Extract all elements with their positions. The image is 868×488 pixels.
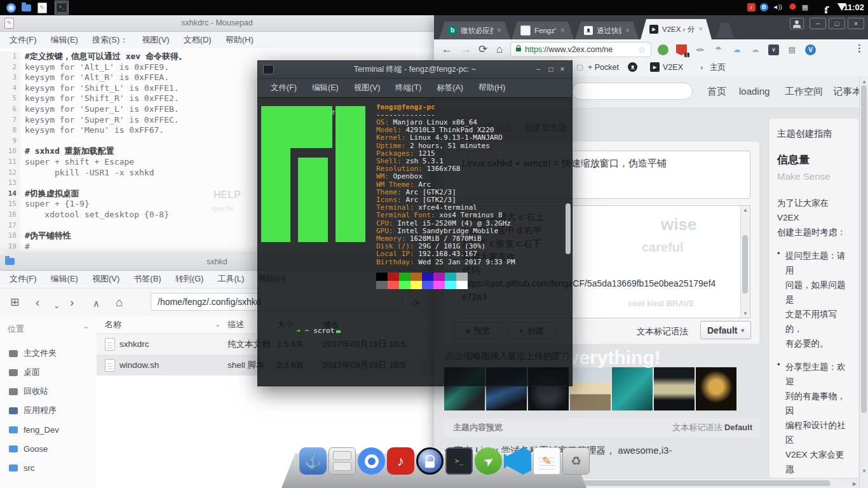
menu-item[interactable]: 书签(B) <box>126 271 168 287</box>
tab-close-icon[interactable]: × <box>497 26 501 35</box>
column-name[interactable]: 名称 <box>105 316 121 333</box>
sidebar-item[interactable]: Goose <box>0 439 97 458</box>
minimize-button[interactable]: − <box>810 18 826 29</box>
dock-keepass-icon[interactable] <box>416 447 444 475</box>
column-desc[interactable]: 描述 <box>227 316 244 333</box>
menu-item[interactable]: 文件(F) <box>3 32 44 48</box>
maximize-button[interactable]: □ <box>829 18 845 29</box>
menu-item[interactable]: 文件(F) <box>263 79 304 97</box>
menu-item[interactable]: 文件(F) <box>3 271 44 287</box>
restore-button[interactable]: □ <box>545 61 557 78</box>
profile-button[interactable] <box>790 18 804 29</box>
site-nav-link[interactable]: 工作空间 <box>785 86 823 98</box>
mousepad-titlebar[interactable]: ✎ sxhkdrc - Mousepad <box>0 15 434 32</box>
menu-item[interactable]: 标签(A) <box>429 79 471 97</box>
new-tab-button[interactable] <box>716 23 734 38</box>
bookmark-item[interactable]: ◗ 主页 <box>697 62 726 73</box>
home-icon[interactable]: ⌂ <box>116 294 123 311</box>
menu-item[interactable]: 编辑(E) <box>44 271 85 287</box>
bookmark-item[interactable]: ᴥ <box>628 62 641 72</box>
site-nav-link[interactable]: loading <box>739 86 770 97</box>
dock-anchor-icon[interactable]: ⚓ <box>299 447 327 475</box>
menu-item[interactable]: 帮助(H) <box>219 32 261 48</box>
extension-icon[interactable]: </> <box>695 44 705 55</box>
home-icon[interactable]: ⌂ <box>496 42 503 57</box>
site-nav-link[interactable]: 记事本 <box>833 86 862 98</box>
site-nav-link[interactable]: 首页 <box>707 86 726 98</box>
netease-music-tray-icon[interactable]: ♪ <box>747 3 756 11</box>
tab-close-icon[interactable]: × <box>560 26 565 35</box>
scrollbar-thumb[interactable] <box>742 235 748 294</box>
menu-item[interactable]: 帮助(H) <box>471 79 513 97</box>
sidebar-item[interactable]: 桌面 <box>0 363 97 382</box>
terminal-scrollbar[interactable] <box>566 203 571 254</box>
menu-item[interactable]: 文档(D) <box>177 32 219 48</box>
tab-close-icon[interactable]: × <box>698 25 703 34</box>
close-button[interactable]: × <box>557 61 568 78</box>
address-bar[interactable]: https ://www.v2ex.com/ne ☆ <box>510 42 651 57</box>
taskbar-chromium-button[interactable] <box>4 1 18 15</box>
menu-item[interactable]: 视图(V) <box>85 271 126 287</box>
bookmark-item[interactable]: ▢ + Pocket <box>575 62 619 72</box>
scrollbar-thumb[interactable] <box>861 85 867 413</box>
dock-mousepad-icon[interactable]: ✎ <box>533 447 560 475</box>
browser-tab[interactable]: ᴥ 通过快捷键 × <box>575 22 639 39</box>
back-icon[interactable]: ‹ <box>36 294 39 311</box>
menu-item[interactable]: 工具(L) <box>210 271 251 287</box>
upload-thumbnail[interactable] <box>612 367 653 410</box>
extension-icon[interactable]: ☁ <box>750 44 761 55</box>
bluetooth-icon[interactable]: B <box>760 3 768 11</box>
terminal-titlebar[interactable]: Terminal 终端 - fengz@fengz-pc: ~ − □ × <box>258 61 572 79</box>
extension-icon[interactable] <box>658 44 668 55</box>
bookmark-star-icon[interactable]: ☆ <box>638 45 646 55</box>
scroll-up-icon[interactable]: ▲ <box>743 207 748 213</box>
scroll-down-icon[interactable]: ▼ <box>743 311 748 316</box>
forward-icon[interactable]: › <box>70 294 74 311</box>
sidebar-item[interactable]: 主文件夹 <box>0 344 97 363</box>
menu-item[interactable]: 终端(T) <box>388 79 429 97</box>
keyboard-icon[interactable]: ▦ <box>802 3 808 11</box>
extension-icon[interactable]: ☁ <box>731 44 742 55</box>
taskbar-file-manager-button[interactable] <box>19 1 33 15</box>
minimize-button[interactable]: − <box>532 61 544 78</box>
bookmark-item[interactable]: ▸ V2EX <box>650 62 683 72</box>
upload-thumbnail[interactable] <box>696 367 736 410</box>
back-icon[interactable]: ← <box>442 42 452 57</box>
terminal-content[interactable]: ➜~neofetch fengz@fengz-pc --------------… <box>258 97 572 386</box>
upload-thumbnail[interactable] <box>654 367 695 410</box>
new-tab-icon[interactable]: ⊞ <box>10 294 19 311</box>
menu-item[interactable]: 转到(G) <box>168 271 211 287</box>
dock-vscode-icon[interactable] <box>504 447 531 475</box>
syntax-dropdown[interactable]: Default▾ <box>700 321 751 339</box>
extension-icon[interactable]: ∨ <box>768 44 779 55</box>
recording-icon[interactable] <box>789 3 796 10</box>
extension-icon[interactable]: 1 <box>676 44 687 55</box>
dock-netease-music-icon[interactable]: ♪ <box>387 447 414 475</box>
scroll-right-icon[interactable]: ▶ <box>853 481 857 487</box>
sidebar-item[interactable]: feng_Dev <box>0 420 97 439</box>
volume-icon[interactable]: ◄)) <box>773 3 782 11</box>
reload-icon[interactable]: ⟳ <box>478 42 487 57</box>
up-icon[interactable]: ∧ <box>93 295 100 313</box>
sidebar-item[interactable]: 回收站 <box>0 382 97 401</box>
extension-icon[interactable]: V <box>805 44 816 55</box>
scroll-down-icon[interactable]: ▼ <box>862 468 867 474</box>
tab-close-icon[interactable]: × <box>625 26 630 35</box>
close-button[interactable]: × <box>848 18 864 29</box>
extension-icon[interactable]: ▤ <box>787 44 797 55</box>
page-vertical-scrollbar[interactable]: ▲ ▼ <box>859 76 868 488</box>
dock-chromium-icon[interactable] <box>358 447 385 475</box>
scroll-up-icon[interactable]: ▲ <box>862 79 867 85</box>
forward-icon[interactable]: → <box>461 42 471 57</box>
dock-file-manager-icon[interactable] <box>329 447 356 475</box>
dock-terminal-icon[interactable]: >_ <box>445 447 473 475</box>
site-search-input[interactable] <box>572 83 693 100</box>
textarea-scrollbar[interactable]: ▲ ▼ <box>740 206 750 318</box>
menu-item[interactable]: 编辑(E) <box>304 79 346 97</box>
taskbar-editor-button[interactable]: ✎ <box>35 1 49 15</box>
sidebar-item[interactable]: 应用程序 <box>0 401 97 420</box>
sidebar-item[interactable]: src <box>0 458 97 477</box>
extension-icon[interactable]: ☂ <box>713 44 724 55</box>
sidebar-header[interactable]: 位置 ⌄ <box>0 316 97 344</box>
battery-icon[interactable]: ϟ <box>825 8 827 13</box>
